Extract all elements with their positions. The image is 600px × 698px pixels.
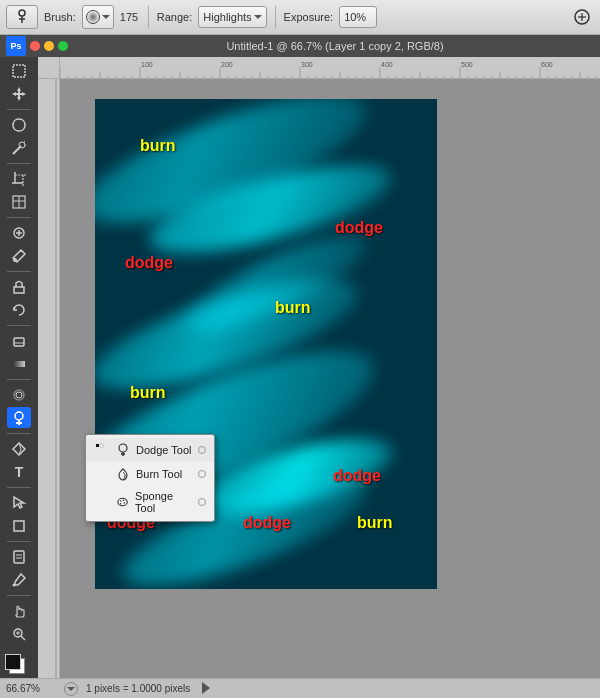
canvas-label-dodge-1: dodge <box>335 219 383 237</box>
svg-rect-126 <box>100 444 103 447</box>
toolbar-healing[interactable] <box>7 223 31 244</box>
svg-text:600: 600 <box>541 61 553 68</box>
svg-point-31 <box>15 412 23 420</box>
svg-text:100: 100 <box>141 61 153 68</box>
toolbar-dodge-active[interactable] <box>7 407 31 428</box>
toolbar-path-select[interactable] <box>7 493 31 514</box>
toolbar-type[interactable]: T <box>7 461 31 482</box>
status-forward-button[interactable] <box>202 682 210 696</box>
exposure-input[interactable]: 10% <box>339 6 377 28</box>
tool-sep-6 <box>7 379 31 380</box>
ruler-corner <box>38 57 60 79</box>
svg-point-39 <box>13 583 16 586</box>
toolbar-eyedropper[interactable] <box>7 569 31 590</box>
toolbar-gradient[interactable] <box>7 353 31 374</box>
separator-1 <box>148 6 149 28</box>
tool-sep-2 <box>7 163 31 164</box>
svg-point-131 <box>120 500 121 501</box>
menu-item-sponge-label: Sponge Tool <box>135 490 192 514</box>
toolbar-shape[interactable] <box>7 515 31 536</box>
ruler-left <box>38 79 60 678</box>
toolbar-zoom[interactable] <box>7 623 31 644</box>
toolbar-magic-wand[interactable] <box>7 138 31 159</box>
context-menu: Dodge Tool Burn Tool Sponge Tool <box>85 434 215 522</box>
ps-main-content: T <box>0 57 600 678</box>
svg-line-41 <box>21 636 25 640</box>
svg-point-30 <box>16 392 22 398</box>
exposure-label: Exposure: <box>284 11 334 23</box>
toolbar-hand[interactable] <box>7 601 31 622</box>
range-dropdown-container[interactable]: Highlights <box>198 6 266 28</box>
ps-logo: Ps <box>6 36 26 56</box>
menu-item-burn-label: Burn Tool <box>136 468 182 480</box>
toolbar-crop[interactable] <box>7 169 31 190</box>
menu-item-dodge-label: Dodge Tool <box>136 444 191 456</box>
maximize-button[interactable] <box>58 41 68 51</box>
airbrush-button[interactable] <box>570 5 594 29</box>
exposure-value: 10% <box>344 11 372 23</box>
toolbar-pen[interactable] <box>7 439 31 460</box>
toolbar-notes[interactable] <box>7 547 31 568</box>
svg-point-134 <box>120 503 121 504</box>
svg-rect-123 <box>38 79 60 678</box>
status-bar: 66.67% 1 pixels = 1.0000 pixels <box>0 678 600 698</box>
menu-item-dodge[interactable]: Dodge Tool <box>86 438 214 462</box>
canvas-viewport[interactable]: burn dodge dodge burn burn dodge dodge d… <box>60 79 600 678</box>
toolbar-history[interactable] <box>7 300 31 321</box>
svg-text:400: 400 <box>381 61 393 68</box>
canvas-label-burn-4: burn <box>357 514 393 532</box>
status-forward-icon <box>202 682 210 694</box>
canvas-label-burn-2: burn <box>275 299 311 317</box>
minimize-button[interactable] <box>44 41 54 51</box>
left-toolbox: T <box>0 57 38 678</box>
canvas-label-dodge-3: dodge <box>333 467 381 485</box>
tool-sep-5 <box>7 325 31 326</box>
dodge-shortcut-circle <box>198 446 206 454</box>
foreground-color-swatch[interactable] <box>5 654 21 670</box>
traffic-lights <box>30 41 68 51</box>
toolbar-slice[interactable] <box>7 192 31 213</box>
menu-item-burn[interactable]: Burn Tool <box>86 462 214 486</box>
menu-sponge-icon-spacer <box>94 494 110 510</box>
toolbar-stamp[interactable] <box>7 277 31 298</box>
status-options-icon <box>67 685 75 693</box>
burn-tool-icon <box>116 467 130 481</box>
dodge-tool-icon <box>116 443 130 457</box>
tool-sep-7 <box>7 433 31 434</box>
svg-point-132 <box>123 499 124 500</box>
toolbar-marquee[interactable] <box>7 61 31 82</box>
toolbar-blur[interactable] <box>7 385 31 406</box>
burn-shortcut-circle <box>198 470 206 478</box>
tool-sep-8 <box>7 487 31 488</box>
close-button[interactable] <box>30 41 40 51</box>
svg-point-0 <box>19 10 25 16</box>
svg-point-11 <box>19 142 25 148</box>
zoom-level: 66.67% <box>6 683 56 694</box>
svg-rect-125 <box>96 444 99 447</box>
range-dropdown-icon <box>254 13 262 21</box>
sponge-shortcut-circle <box>198 498 206 506</box>
toolbar-lasso[interactable] <box>7 115 31 136</box>
status-options-button[interactable] <box>64 682 78 696</box>
svg-line-12 <box>24 141 25 142</box>
menu-burn-icon-spacer <box>94 466 110 482</box>
svg-text:300: 300 <box>301 61 313 68</box>
tool-sep-1 <box>7 109 31 110</box>
toolbar-move[interactable] <box>7 84 31 105</box>
sponge-tool-icon <box>116 495 129 509</box>
menu-item-sponge[interactable]: Sponge Tool <box>86 486 214 518</box>
tool-options-button[interactable] <box>6 5 38 29</box>
brush-preview[interactable] <box>82 5 114 29</box>
tool-sep-4 <box>7 271 31 272</box>
toolbar-eraser[interactable] <box>7 331 31 352</box>
svg-point-133 <box>124 502 125 503</box>
svg-marker-9 <box>12 87 26 101</box>
svg-marker-135 <box>67 687 75 691</box>
svg-text:200: 200 <box>221 61 233 68</box>
svg-text:500: 500 <box>461 61 473 68</box>
range-value: Highlights <box>203 11 251 23</box>
menu-dodge-icon <box>94 442 110 458</box>
svg-point-130 <box>118 498 127 505</box>
svg-rect-36 <box>14 551 24 563</box>
toolbar-brush[interactable] <box>7 246 31 267</box>
